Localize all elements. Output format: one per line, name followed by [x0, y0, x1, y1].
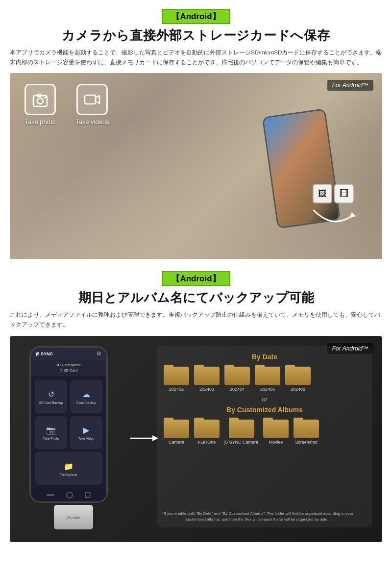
- video-icon: [83, 91, 101, 108]
- app-sd-name: SD Card Name:: [36, 363, 101, 368]
- take-photo-item: Take photo: [24, 84, 56, 125]
- app-area: For Android™ j5 SYNC ⚙ SD Card Name: j5 …: [10, 336, 382, 542]
- section1-desc: 本アプリでカメラ機能を起動することで、撮影した写真とビデオを自動的に外部ストレー…: [10, 48, 382, 67]
- nav-back: [47, 494, 54, 496]
- folder-icon-flirone: [194, 418, 220, 438]
- photo-transfer-icon: 🖼: [313, 184, 332, 203]
- folder-icon-202403: [194, 365, 220, 385]
- folder-icon-202408: [285, 365, 311, 385]
- usb-connector: j5create: [54, 505, 93, 529]
- usb-label: j5create: [67, 515, 80, 520]
- svg-marker-5: [96, 96, 99, 103]
- take-photo-label2: Take Photo: [43, 437, 59, 440]
- app-title: j5 SYNC: [36, 351, 53, 356]
- folder-j5sync: j5 SYNC Camera: [224, 418, 258, 445]
- android-badge-2: 【Android】: [162, 271, 230, 286]
- svg-rect-4: [85, 95, 96, 104]
- folder-202408-label: 202408: [291, 387, 305, 392]
- folder-icon-screenshot: [294, 418, 319, 438]
- take-video-item: ▶ Take Video: [70, 416, 102, 449]
- folder-202406-label: 202406: [260, 387, 275, 392]
- folder-camera-label: Camera: [169, 440, 184, 445]
- folder-icon-camera: [164, 418, 189, 438]
- album-folders-row: Camera FLIROne j5 SYNC Camera: [164, 418, 366, 445]
- folder-202404: 202404: [224, 365, 250, 392]
- section2: 【Android】 期日とアルバム名にてバックアップ可能 これにより、メディアフ…: [0, 259, 392, 542]
- arrow-right-svg: [130, 433, 159, 443]
- folder-j5sync-label: j5 SYNC Camera: [224, 440, 258, 445]
- camera-icon: [31, 91, 49, 108]
- app-header: j5 SYNC ⚙: [31, 348, 106, 360]
- section2-title: 期日とアルバム名にてバックアップ可能: [10, 289, 382, 306]
- take-photo-icon-box: [24, 84, 56, 115]
- for-android-badge-1: For Android™: [327, 80, 373, 91]
- folder-icon: 📁: [64, 462, 74, 471]
- nav-home: [66, 492, 73, 499]
- nav-recents: [85, 492, 91, 498]
- file-explorer-item: 📁 File Explorer: [35, 452, 102, 485]
- transfer-icons: 🖼 🎞: [313, 184, 354, 203]
- hero-top-icons: Take photo Take videos: [24, 84, 109, 125]
- take-video-label: Take Video: [78, 437, 94, 440]
- app-sd-info: SD Card Name: j5 SD Card: [31, 360, 106, 376]
- hero-image: For Android™ Take photo: [10, 73, 382, 259]
- folder-flirone: FLIROne: [194, 418, 220, 445]
- sd-card-backup-item: ↺ SD Card Backup: [35, 380, 67, 413]
- folder-screenshot: Screenshot: [294, 418, 319, 445]
- android-badge-1: 【Android】: [162, 9, 230, 24]
- cloud-backup-item: ☁ Cloud Backup: [70, 380, 102, 413]
- footnote: * If you enable both "By Date" and "By C…: [152, 511, 363, 523]
- sd-backup-icon: ↺: [48, 390, 54, 399]
- folder-area: By Date 202402 202403: [157, 346, 372, 527]
- section1: 【Android】 カメラから直接外部ストレージカードへ保存 本アプリでカメラ機…: [0, 0, 392, 259]
- phone2-screen: j5 SYNC ⚙ SD Card Name: j5 SD Card ↺ SD …: [31, 348, 106, 501]
- svg-point-1: [37, 98, 43, 104]
- take-videos-label: Take videos: [75, 118, 109, 125]
- take-photo-label: Take photo: [24, 118, 56, 125]
- folder-icon-202406: [255, 365, 280, 385]
- date-folders-row: 202402 202403 202404: [164, 365, 366, 392]
- folder-icon-j5sync: [229, 418, 254, 438]
- folder-icon-202404: [224, 365, 250, 385]
- gear-icon: ⚙: [97, 350, 101, 357]
- transfer-area: 🖼 🎞: [309, 184, 358, 230]
- folder-202403-label: 202403: [199, 387, 214, 392]
- transfer-arrow2: [130, 433, 159, 445]
- by-date-label: By Date: [164, 353, 366, 361]
- folder-flirone-label: FLIROne: [198, 440, 216, 445]
- app-grid: ↺ SD Card Backup ☁ Cloud Backup 📷 Take P…: [31, 376, 106, 489]
- folder-202403: 202403: [194, 365, 220, 392]
- phone2-bottom-nav: [31, 489, 106, 501]
- video-icon2: ▶: [83, 425, 89, 435]
- folder-202402: 202402: [164, 365, 189, 392]
- transfer-arrow-svg: [309, 205, 358, 230]
- section1-title: カメラから直接外部ストレージカードへ保存: [10, 27, 382, 44]
- folder-202408: 202408: [285, 365, 311, 392]
- folder-screenshot-label: Screenshot: [295, 440, 318, 445]
- folder-202402-label: 202402: [169, 387, 184, 392]
- or-divider: or: [164, 396, 366, 403]
- sd-backup-label: SD Card Backup: [39, 401, 63, 404]
- camera-icon2: 📷: [46, 425, 56, 435]
- svg-marker-6: [349, 212, 356, 218]
- by-albums-label: By Customized Albums: [164, 406, 366, 414]
- folder-movies-label: Movies: [269, 440, 283, 445]
- folder-icon-movies: [263, 418, 289, 438]
- file-explorer-label: File Explorer: [60, 473, 77, 476]
- folder-202404-label: 202404: [230, 387, 245, 392]
- folder-movies: Movies: [263, 418, 289, 445]
- cloud-label: Cloud Backup: [76, 401, 96, 404]
- folder-camera: Camera: [164, 418, 189, 445]
- take-videos-item: Take videos: [75, 84, 109, 125]
- video-transfer-icon: 🎞: [334, 184, 354, 203]
- phone2: j5 SYNC ⚙ SD Card Name: j5 SD Card ↺ SD …: [29, 346, 118, 527]
- svg-point-3: [44, 97, 46, 99]
- take-photo-item2: 📷 Take Photo: [35, 416, 67, 449]
- app-sd-value: j5 SD Card: [36, 368, 101, 374]
- section2-desc: これにより、メディアファイルに整理および管理できます。重複バックアップ防止の仕組…: [10, 310, 382, 329]
- cloud-icon: ☁: [82, 390, 90, 399]
- folder-202406: 202406: [255, 365, 280, 392]
- take-videos-icon-box: [76, 84, 108, 115]
- folder-icon-202402: [164, 365, 189, 385]
- phone2-body: j5 SYNC ⚙ SD Card Name: j5 SD Card ↺ SD …: [29, 346, 108, 503]
